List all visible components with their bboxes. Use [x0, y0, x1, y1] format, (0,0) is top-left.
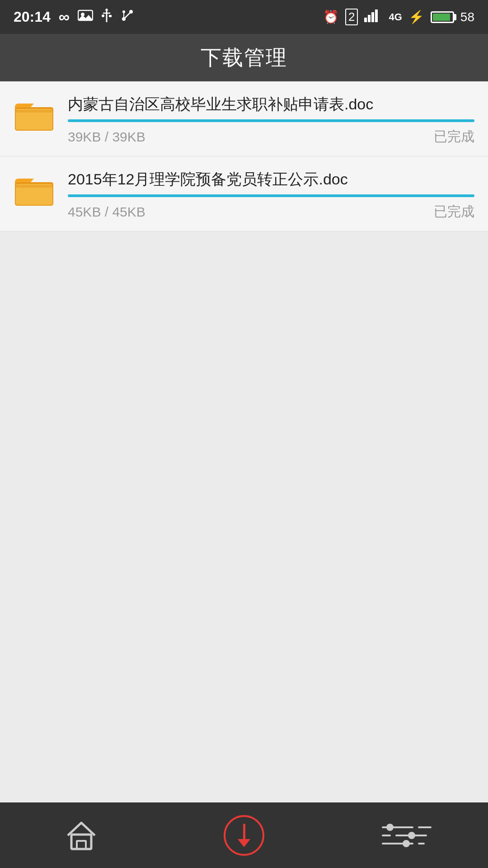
folder-icon-1: [14, 98, 54, 134]
download-arrow-icon: [238, 824, 250, 847]
item-info-2: 2015年12月理学院预备党员转正公示.doc 45KB / 45KB 已完成: [68, 169, 474, 221]
download-item-2[interactable]: 2015年12月理学院预备党员转正公示.doc 45KB / 45KB 已完成: [0, 156, 488, 231]
page-title: 下载管理: [201, 44, 287, 72]
4g-lte-icon: 4G: [389, 11, 402, 23]
lightning-icon: ⚡: [408, 9, 424, 24]
item-info-1: 内蒙古自治区高校毕业生求职补贴申请表.doc 39KB / 39KB 已完成: [68, 94, 474, 146]
sliders-icon: [382, 826, 432, 844]
item-size-1: 39KB / 39KB: [68, 129, 145, 145]
battery-icon: [431, 11, 454, 23]
status-bar: 20:14 ∞: [0, 0, 488, 34]
item-footer-1: 39KB / 39KB 已完成: [68, 127, 474, 146]
signal-icon: [364, 9, 382, 25]
usb-icon: [101, 8, 112, 27]
progress-fill-1: [68, 119, 474, 122]
item-name-2: 2015年12月理学院预备党员转正公示.doc: [68, 169, 474, 189]
download-circle-icon: [224, 815, 264, 856]
download-nav-button[interactable]: [217, 808, 271, 863]
item-name-1: 内蒙古自治区高校毕业生求职补贴申请表.doc: [68, 94, 474, 114]
svg-rect-14: [375, 9, 378, 22]
item-status-2: 已完成: [434, 203, 474, 221]
status-left: 20:14 ∞: [14, 8, 135, 27]
content-area: 内蒙古自治区高校毕业生求职补贴申请表.doc 39KB / 39KB 已完成 2…: [0, 81, 488, 802]
progress-bar-2: [68, 194, 474, 197]
home-nav-button[interactable]: [54, 808, 108, 863]
svg-rect-18: [15, 110, 53, 113]
download-item-1[interactable]: 内蒙古自治区高校毕业生求职补贴申请表.doc 39KB / 39KB 已完成: [0, 81, 488, 156]
folder-icon-2: [14, 173, 54, 209]
alarm-icon: ⏰: [323, 9, 339, 24]
item-size-2: 45KB / 45KB: [68, 204, 145, 220]
svg-rect-22: [15, 185, 53, 188]
status-right: ⏰ 2 4G ⚡ 58: [323, 9, 474, 25]
sim-icon: 2: [345, 9, 358, 25]
progress-fill-2: [68, 194, 474, 197]
progress-bar-1: [68, 119, 474, 122]
home-icon: [63, 817, 99, 854]
settings-nav-button[interactable]: [380, 808, 434, 863]
bottom-nav: [0, 802, 488, 868]
infinite-icon: ∞: [59, 8, 70, 26]
svg-rect-11: [364, 18, 367, 22]
svg-rect-12: [368, 15, 371, 22]
svg-point-4: [102, 14, 104, 17]
svg-line-8: [124, 12, 131, 19]
item-status-1: 已完成: [434, 127, 474, 146]
svg-rect-5: [109, 15, 112, 17]
status-time: 20:14: [14, 9, 51, 25]
item-footer-2: 45KB / 45KB 已完成: [68, 203, 474, 221]
app-header: 下载管理: [0, 34, 488, 81]
battery-level: 58: [460, 10, 474, 24]
svg-rect-24: [77, 841, 86, 849]
phone-icon: [120, 9, 135, 25]
image-icon: [78, 9, 93, 25]
svg-rect-13: [371, 12, 374, 22]
